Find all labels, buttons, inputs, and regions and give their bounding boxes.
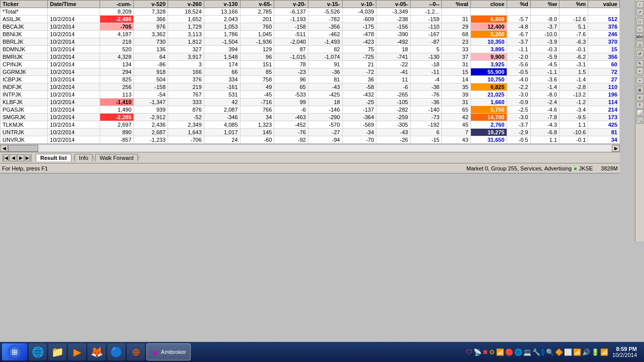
tray-bluetooth[interactable]: ₿ <box>541 348 545 356</box>
tray-antivirus[interactable]: 🛡 <box>466 348 472 356</box>
col-v260: v-260 <box>168 1 204 8</box>
horizontal-scrollbar[interactable]: ◀ ▶ <box>0 144 620 152</box>
firefox-icon: 🦊 <box>91 346 103 358</box>
clock-date: 10/2/2014 <box>612 352 637 358</box>
tray-icon-13[interactable]: ⬜ <box>564 348 572 356</box>
tray-volume[interactable]: 🔊 <box>582 348 590 356</box>
nav-prev-btn[interactable]: ◀ <box>10 154 17 161</box>
toolbar-btn-1[interactable]: ↑ <box>636 1 643 8</box>
col-pval: %val <box>442 1 470 8</box>
media-app[interactable]: ▶ <box>68 343 86 360</box>
tab-walk-forward[interactable]: Walk Forward <box>95 154 138 161</box>
total-row: *Total*8,2097,32818,52413,1662,785-6,137… <box>1 8 620 16</box>
table-row[interactable]: BMRIJK10/2/20144,328643,9171,54896-1,015… <box>1 53 620 61</box>
scroll-thumb[interactable] <box>8 145 38 152</box>
toolbar-btn-4[interactable]: ○ <box>636 26 643 33</box>
toolbar-btn-lines[interactable]: ≡ <box>636 94 643 101</box>
table-row[interactable]: PGASJK10/2/20141,4909398762,087766-6-146… <box>1 106 620 114</box>
tray-icon-6[interactable]: 🔴 <box>505 348 513 356</box>
start-button[interactable]: ⊞ <box>2 343 27 360</box>
table-row[interactable]: UNTRJK10/2/20148902,6871,6431,017145-76-… <box>1 129 620 136</box>
exchange: JKSE <box>579 165 593 171</box>
col-pm: %m <box>559 1 588 8</box>
table-row[interactable]: GGRMJK10/2/20142949181666685-23-36-72-41… <box>1 68 620 76</box>
tab-separator-right: \ <box>93 155 94 160</box>
table-row[interactable]: INTPJK10/2/2014113-54767531-45-533-425-4… <box>1 91 620 99</box>
toolbar-btn-6[interactable]: ✎ <box>636 60 643 67</box>
toolbar-btn-expand[interactable]: » <box>636 77 643 84</box>
toolbar-btn-grid[interactable]: ⊞ <box>636 86 643 94</box>
toolbar-btn-2[interactable]: ↗ <box>636 9 643 16</box>
tab-sep3: / <box>138 155 139 160</box>
active-app-label: Amibroker <box>161 349 186 355</box>
ie-icon: 🌐 <box>32 346 44 358</box>
tray-icon-2[interactable]: 📡 <box>473 348 481 356</box>
tray-battery[interactable]: 🔋 <box>591 348 599 356</box>
nav-next-btn[interactable]: ▶ <box>17 154 24 161</box>
chrome-icon: 🔵 <box>110 346 123 358</box>
col-v10: v-10- <box>342 1 376 8</box>
toolbar-sep-2 <box>636 49 643 49</box>
toolbar-btn-7[interactable]: + <box>636 67 643 74</box>
clock[interactable]: 8:59 PM 10/2/2014 <box>609 346 640 358</box>
table-row[interactable]: BBRLJK10/2/20142187301,812-1,504-1,936-2… <box>1 38 620 46</box>
table-row[interactable]: SMGRJK10/2/2014-2,285-2,912-52-34634-463… <box>1 114 620 121</box>
help-text: For Help, press F1 <box>2 165 48 171</box>
tab-info[interactable]: Info <box>74 154 93 161</box>
tray-icon-9[interactable]: 🔧 <box>532 348 540 356</box>
active-app[interactable]: ▲ Amibroker <box>146 343 191 360</box>
tray-icon-12[interactable]: 🔶 <box>555 348 563 356</box>
status-bar: For Help, press F1 Market 0, Group 255, … <box>0 163 620 173</box>
table-row[interactable]: ICBPJK10/2/201482550437633475896813611-4… <box>1 76 620 83</box>
toolbar-btn-cols[interactable]: ⫴ <box>636 102 643 109</box>
app6[interactable]: ⊕ <box>127 343 145 360</box>
table-row[interactable]: ASILJK10/2/2014-2,4863661,6522,043201-1,… <box>1 16 620 23</box>
table-row[interactable]: BBNIJK10/2/20144,1873,3623,1131,7861,045… <box>1 31 620 38</box>
tray-icon-14[interactable]: 📶 <box>573 348 581 356</box>
firefox-app[interactable]: 🦊 <box>88 343 106 360</box>
col-v00: --0-- <box>410 1 441 8</box>
app6-icon: ⊕ <box>132 346 140 358</box>
table-row[interactable]: BDMNJK10/2/20145201363273941298782751853… <box>1 46 620 53</box>
folder-icon: 📁 <box>51 346 64 358</box>
tray-icon-11[interactable]: 🔍 <box>546 348 554 356</box>
scroll-right-btn[interactable]: ▶ <box>612 145 620 152</box>
tray-signal[interactable]: 📶 <box>600 348 608 356</box>
chrome-app[interactable]: 🔵 <box>107 343 125 360</box>
col-v520: v-520 <box>134 1 168 8</box>
table-row[interactable]: INDFJK10/2/2014256-158219-1614965-43-58-… <box>1 83 620 91</box>
toolbar-btn-magnify[interactable]: 🔍 <box>636 117 643 124</box>
explorer-app[interactable]: 📁 <box>48 343 66 360</box>
table-row[interactable]: CPINJK10/2/2014134-863174151789121-22-18… <box>1 61 620 68</box>
col-v05: v-05- <box>376 1 411 8</box>
toolbar-btn-chart[interactable]: 📊 <box>636 109 643 116</box>
toolbar-btn-3[interactable]: □ <box>636 18 643 25</box>
col-close: close <box>470 1 507 8</box>
toolbar-btn-abc[interactable]: abc <box>636 33 643 40</box>
tray-icon-8[interactable]: 💻 <box>523 348 531 356</box>
tray-icon-4[interactable]: ⚙ <box>489 348 495 356</box>
table-container: Ticker Date/Time -cum- v-520 v-260 v-130… <box>0 0 620 144</box>
nav-first-btn[interactable]: |◀ <box>2 154 9 161</box>
nav-last-btn[interactable]: ▶| <box>25 154 32 161</box>
table-row[interactable]: TLKMJK10/2/20142,6972,4362,3494,0851,323… <box>1 121 620 129</box>
col-ticker: Ticker <box>1 1 48 8</box>
tray-icon-7[interactable]: 🌐 <box>514 348 522 356</box>
table-row[interactable]: BBCAJK10/2/2014-7059761,7291,053760-158-… <box>1 23 620 31</box>
tray-icon-3[interactable]: ✖ <box>482 348 488 356</box>
toolbar-btn-5[interactable]: ↺ <box>636 50 643 57</box>
table-row[interactable]: UNVRJK10/2/2014-857-1,233-70624-60-92-94… <box>1 136 620 144</box>
active-app-icon: ▲ <box>151 347 159 356</box>
scroll-left-btn[interactable]: ◀ <box>0 145 8 152</box>
ie-app[interactable]: 🌐 <box>29 343 47 360</box>
col-datetime: Date/Time <box>48 1 100 8</box>
status-dot: ● <box>574 165 577 171</box>
size: 3828M <box>601 165 618 171</box>
toolbar-btn-tri[interactable]: △ <box>636 41 643 48</box>
tab-info-wrapper: / Info \ <box>72 153 95 162</box>
tray-icon-5[interactable]: 📶 <box>496 348 504 356</box>
tab-result-list[interactable]: Result list <box>36 154 71 161</box>
windows-logo: ⊞ <box>12 348 18 356</box>
toolbar-sep-4 <box>636 75 643 76</box>
table-row[interactable]: KLBFJK10/2/2014-1,410-1,34733342-7169918… <box>1 99 620 106</box>
